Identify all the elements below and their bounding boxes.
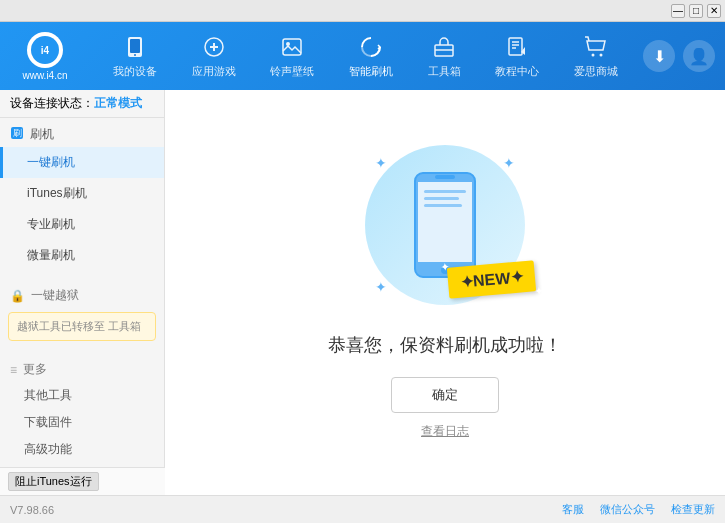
- title-bar: — □ ✕: [0, 0, 725, 22]
- svg-point-4: [134, 54, 136, 56]
- nav-tutorial[interactable]: 教程中心: [487, 29, 547, 83]
- itunes-bar: 阻止iTunes运行: [0, 467, 165, 495]
- logo-area: i4 www.i4.cn: [10, 32, 80, 81]
- store-icon: [582, 33, 610, 61]
- minimize-button[interactable]: —: [671, 4, 685, 18]
- nav-toolbox-label: 工具箱: [428, 64, 461, 79]
- sidebar-wrapper: 设备连接状态：正常模式 刷 刷机 一键刷机 iTunes刷机 专业刷机: [0, 90, 165, 495]
- footer-left: V7.98.66: [10, 504, 54, 516]
- main-content: ✦ ✦ ✦: [165, 90, 725, 495]
- phone-circle: ✦ ✦ ✦: [365, 145, 525, 305]
- illustration: ✦ ✦ ✦: [365, 145, 525, 313]
- nav-smart-flash-label: 智能刷机: [349, 64, 393, 79]
- svg-rect-21: [424, 197, 459, 200]
- nav-wallpaper-label: 铃声壁纸: [270, 64, 314, 79]
- itunes-btn-label: 阻止iTunes运行: [15, 475, 92, 487]
- sidebar-item-itunes-flash[interactable]: iTunes刷机: [0, 178, 164, 209]
- jailbreak-notice: 越狱工具已转移至 工具箱: [8, 312, 156, 341]
- jailbreak-label: 一键越狱: [31, 287, 79, 304]
- svg-rect-16: [418, 182, 472, 262]
- footer-right: 客服 微信公众号 检查更新: [562, 502, 715, 517]
- svg-rect-3: [130, 39, 140, 53]
- close-button[interactable]: ✕: [707, 4, 721, 18]
- logo-text: www.i4.cn: [22, 70, 67, 81]
- one-key-flash-label: 一键刷机: [27, 155, 75, 169]
- logo-inner: i4: [31, 36, 59, 64]
- my-device-icon: [121, 33, 149, 61]
- secondary-link[interactable]: 查看日志: [421, 423, 469, 440]
- svg-text:刷: 刷: [13, 128, 22, 138]
- sidebar-jailbreak-section: 🔒 一键越狱: [0, 279, 164, 308]
- sparkle-tl: ✦: [375, 155, 387, 171]
- svg-rect-18: [435, 175, 455, 179]
- itunes-toggle-button[interactable]: 阻止iTunes运行: [8, 472, 99, 491]
- svg-rect-20: [424, 190, 466, 193]
- flash-section-label: 刷机: [30, 126, 54, 143]
- tutorial-icon: [503, 33, 531, 61]
- status-mode: 正常模式: [94, 96, 142, 110]
- nav-apps-label: 应用游戏: [192, 64, 236, 79]
- sidebar-item-other-tools[interactable]: 其他工具: [0, 382, 164, 409]
- svg-text:i4: i4: [41, 45, 50, 56]
- svg-rect-6: [283, 39, 301, 55]
- nav-toolbox[interactable]: 工具箱: [420, 29, 469, 83]
- sidebar-item-pro-flash[interactable]: 专业刷机: [0, 209, 164, 240]
- more-label: 更多: [23, 361, 47, 378]
- pro-flash-label: 专业刷机: [27, 217, 75, 231]
- wallpaper-icon: [278, 33, 306, 61]
- more-icon: ≡: [10, 363, 17, 377]
- status-bar: 设备连接状态：正常模式: [0, 90, 165, 118]
- svg-rect-10: [509, 38, 522, 55]
- nav-my-device-label: 我的设备: [113, 64, 157, 79]
- sidebar: 刷 刷机 一键刷机 iTunes刷机 专业刷机 微量刷机: [0, 118, 165, 467]
- new-badge: ✦NEW✦: [446, 260, 536, 298]
- itunes-flash-label: iTunes刷机: [27, 186, 87, 200]
- user-button[interactable]: 👤: [683, 40, 715, 72]
- nav-items: 我的设备 应用游戏 铃声壁纸 智能刷机 工具箱: [96, 29, 635, 83]
- nav-store-label: 爱思商城: [574, 64, 618, 79]
- header: i4 www.i4.cn 我的设备 应用游戏 铃声壁纸: [0, 22, 725, 90]
- nav-my-device[interactable]: 我的设备: [105, 29, 165, 83]
- footer-customer-service[interactable]: 客服: [562, 502, 584, 517]
- sidebar-item-download-firmware[interactable]: 下载固件: [0, 409, 164, 436]
- logo-circle: i4: [27, 32, 63, 68]
- nav-wallpaper[interactable]: 铃声壁纸: [262, 29, 322, 83]
- footer-check-update[interactable]: 检查更新: [671, 502, 715, 517]
- nav-apps-games[interactable]: 应用游戏: [184, 29, 244, 83]
- sidebar-more-section: ≡ 更多: [0, 353, 164, 382]
- footer-wechat[interactable]: 微信公众号: [600, 502, 655, 517]
- nav-tutorial-label: 教程中心: [495, 64, 539, 79]
- jailbreak-icon: 🔒: [10, 289, 25, 303]
- advanced-label: 高级功能: [24, 442, 72, 456]
- status-prefix: 设备连接状态：: [10, 96, 94, 110]
- download-firmware-label: 下载固件: [24, 415, 72, 429]
- smart-flash-icon: [357, 33, 385, 61]
- sidebar-item-advanced[interactable]: 高级功能: [0, 436, 164, 463]
- svg-rect-22: [424, 204, 462, 207]
- sparkle-tr: ✦: [503, 155, 515, 171]
- other-tools-label: 其他工具: [24, 388, 72, 402]
- sidebar-item-wipe-flash[interactable]: 微量刷机: [0, 240, 164, 271]
- apps-games-icon: [200, 33, 228, 61]
- sparkle-bl: ✦: [375, 279, 387, 295]
- svg-point-12: [599, 54, 602, 57]
- notice-text: 越狱工具已转移至 工具箱: [17, 320, 141, 332]
- flash-section-icon: 刷: [10, 126, 24, 143]
- svg-point-11: [591, 54, 594, 57]
- download-button[interactable]: ⬇: [643, 40, 675, 72]
- footer: V7.98.66 客服 微信公众号 检查更新: [0, 495, 725, 523]
- sidebar-flash-section: 刷 刷机: [0, 118, 164, 147]
- success-text: 恭喜您，保资料刷机成功啦！: [328, 333, 562, 357]
- sidebar-item-one-key-flash[interactable]: 一键刷机: [0, 147, 164, 178]
- wipe-flash-label: 微量刷机: [27, 248, 75, 262]
- footer-version: V7.98.66: [10, 504, 54, 516]
- toolbox-icon: [430, 33, 458, 61]
- nav-store[interactable]: 爱思商城: [566, 29, 626, 83]
- maximize-button[interactable]: □: [689, 4, 703, 18]
- header-right: ⬇ 👤: [643, 40, 715, 72]
- nav-smart-flash[interactable]: 智能刷机: [341, 29, 401, 83]
- confirm-button[interactable]: 确定: [391, 377, 499, 413]
